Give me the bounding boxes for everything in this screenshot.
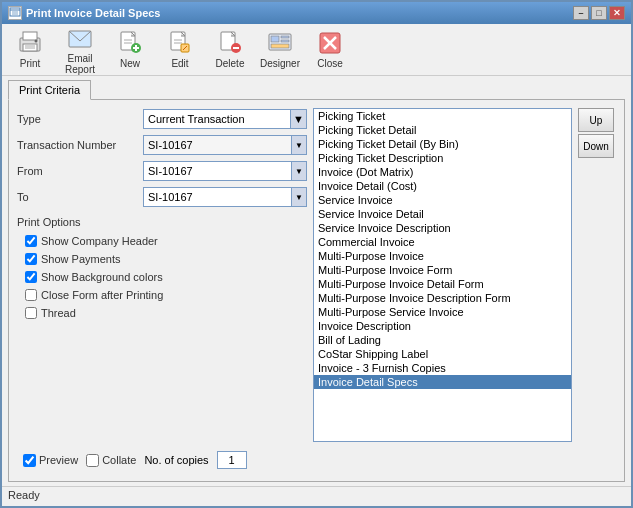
checkbox-thread[interactable]: [25, 307, 37, 319]
title-bar: Print Invoice Detail Specs – □ ✕: [2, 2, 631, 24]
up-button[interactable]: Up: [578, 108, 614, 132]
new-button[interactable]: New: [106, 28, 154, 72]
checkbox-show_company_header[interactable]: [25, 235, 37, 247]
list-item[interactable]: Bill of Lading: [314, 333, 571, 347]
list-item[interactable]: Multi-Purpose Invoice Detail Form: [314, 277, 571, 291]
checkbox-row-show_payments: Show Payments: [17, 250, 307, 268]
delete-button[interactable]: Delete: [206, 28, 254, 72]
list-item[interactable]: Invoice - 3 Furnish Copies: [314, 361, 571, 375]
from-input[interactable]: [143, 161, 291, 181]
type-select-wrapper[interactable]: Current Transaction ▼: [143, 109, 307, 129]
to-row: To ▼: [17, 186, 307, 208]
transaction-btn[interactable]: ▼: [291, 135, 307, 155]
from-input-group: ▼: [143, 161, 307, 181]
svg-rect-5: [23, 32, 37, 40]
collate-checkbox[interactable]: [86, 454, 99, 467]
svg-rect-29: [271, 44, 289, 48]
main-window: Print Invoice Detail Specs – □ ✕ Print: [0, 0, 633, 508]
minimize-button[interactable]: –: [573, 6, 589, 20]
list-item[interactable]: Multi-Purpose Service Invoice: [314, 305, 571, 319]
list-item[interactable]: Invoice (Dot Matrix): [314, 165, 571, 179]
checkboxes-container: Show Company HeaderShow PaymentsShow Bac…: [17, 232, 307, 322]
edit-icon: [166, 30, 194, 56]
svg-point-9: [35, 40, 38, 43]
copies-input[interactable]: [217, 451, 247, 469]
list-item[interactable]: Picking Ticket Detail: [314, 123, 571, 137]
list-item[interactable]: Service Invoice Description: [314, 221, 571, 235]
list-item[interactable]: Invoice Detail Specs: [314, 375, 571, 389]
email-label: Email Report: [59, 53, 101, 75]
from-label: From: [17, 165, 137, 177]
checkbox-label-close_form: Close Form after Printing: [41, 289, 163, 301]
checkbox-label-thread: Thread: [41, 307, 76, 319]
list-item[interactable]: Picking Ticket: [314, 109, 571, 123]
status-text: Ready: [8, 489, 40, 501]
designer-icon: [266, 30, 294, 56]
restore-button[interactable]: □: [591, 6, 607, 20]
collate-label: Collate: [102, 454, 136, 466]
type-row: Type Current Transaction ▼: [17, 108, 307, 130]
list-item[interactable]: Service Invoice: [314, 193, 571, 207]
email-icon: [66, 25, 94, 51]
type-label: Type: [17, 113, 137, 125]
close-tool-button[interactable]: Close: [306, 28, 354, 72]
type-select[interactable]: Current Transaction: [144, 110, 306, 128]
title-bar-left: Print Invoice Detail Specs: [8, 6, 161, 20]
to-input-group: ▼: [143, 187, 307, 207]
from-btn[interactable]: ▼: [291, 161, 307, 181]
checkbox-show_background_colors[interactable]: [25, 271, 37, 283]
checkbox-label-show_company_header: Show Company Header: [41, 235, 158, 247]
edit-label: Edit: [171, 58, 188, 69]
status-bar: Ready: [2, 486, 631, 506]
close-window-button[interactable]: ✕: [609, 6, 625, 20]
checkbox-show_payments[interactable]: [25, 253, 37, 265]
to-input[interactable]: [143, 187, 291, 207]
transaction-row: Transaction Number ▼: [17, 134, 307, 156]
toolbar: Print Email Report: [2, 24, 631, 76]
svg-rect-28: [281, 40, 289, 42]
print-criteria-tab[interactable]: Print Criteria: [8, 80, 91, 100]
title-buttons: – □ ✕: [573, 6, 625, 20]
preview-label: Preview: [39, 454, 78, 466]
list-item[interactable]: Multi-Purpose Invoice Description Form: [314, 291, 571, 305]
nav-buttons: Up Down: [576, 108, 616, 442]
preview-checkbox[interactable]: [23, 454, 36, 467]
print-button[interactable]: Print: [6, 28, 54, 72]
edit-button[interactable]: Edit: [156, 28, 204, 72]
tab-content: Type Current Transaction ▼ Transaction N…: [8, 99, 625, 482]
checkbox-row-show_company_header: Show Company Header: [17, 232, 307, 250]
list-item[interactable]: Picking Ticket Description: [314, 151, 571, 165]
checkbox-label-show_background_colors: Show Background colors: [41, 271, 163, 283]
list-item[interactable]: Picking Ticket Detail (By Bin): [314, 137, 571, 151]
checkbox-label-show_payments: Show Payments: [41, 253, 120, 265]
preview-check: Preview: [23, 454, 78, 467]
bottom-bar: Preview Collate No. of copies: [17, 447, 616, 473]
list-item[interactable]: Multi-Purpose Invoice: [314, 249, 571, 263]
delete-label: Delete: [216, 58, 245, 69]
new-icon: [116, 30, 144, 56]
list-item[interactable]: Invoice Description: [314, 319, 571, 333]
list-item[interactable]: Service Invoice Detail: [314, 207, 571, 221]
designer-button[interactable]: Designer: [256, 28, 304, 72]
close-tool-icon: [316, 30, 344, 56]
list-item[interactable]: Commercial Invoice: [314, 235, 571, 249]
new-label: New: [120, 58, 140, 69]
list-box[interactable]: Picking TicketPicking Ticket DetailPicki…: [313, 108, 572, 442]
list-item[interactable]: Multi-Purpose Invoice Form: [314, 263, 571, 277]
list-item[interactable]: CoStar Shipping Label: [314, 347, 571, 361]
down-button[interactable]: Down: [578, 134, 614, 158]
window-title: Print Invoice Detail Specs: [26, 7, 161, 19]
checkbox-close_form[interactable]: [25, 289, 37, 301]
transaction-input-group: ▼: [143, 135, 307, 155]
transaction-label: Transaction Number: [17, 139, 137, 151]
designer-label: Designer: [260, 58, 300, 69]
checkbox-row-show_background_colors: Show Background colors: [17, 268, 307, 286]
list-item[interactable]: Invoice Detail (Cost): [314, 179, 571, 193]
collate-check: Collate: [86, 454, 136, 467]
svg-rect-26: [271, 36, 279, 42]
email-button[interactable]: Email Report: [56, 28, 104, 72]
to-btn[interactable]: ▼: [291, 187, 307, 207]
transaction-input[interactable]: [143, 135, 291, 155]
delete-icon: [216, 30, 244, 56]
to-label: To: [17, 191, 137, 203]
